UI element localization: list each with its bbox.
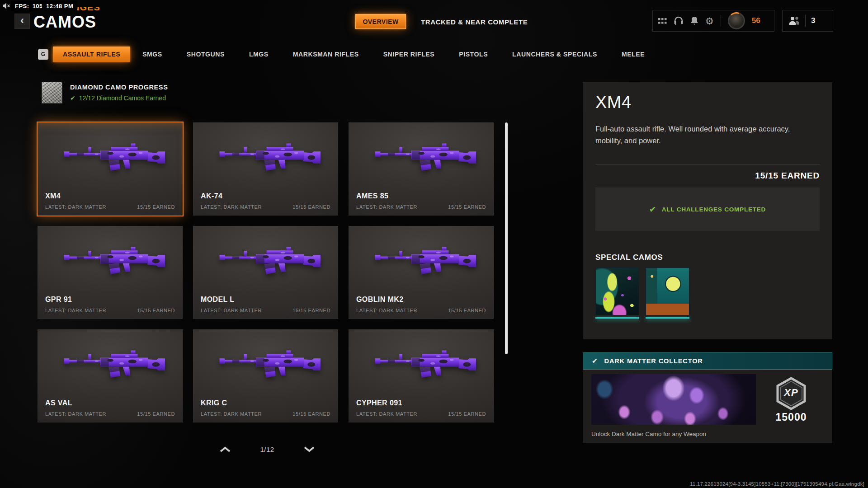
- weapon-latest-camo: LATEST: DARK MATTER: [45, 308, 106, 313]
- page-title: CAMOS: [33, 13, 96, 32]
- diamond-progress-status: 12/12 Diamond Camos Earned: [79, 94, 166, 102]
- chat-headset-icon[interactable]: [674, 16, 684, 25]
- grid-menu-icon[interactable]: [658, 18, 667, 24]
- weapon-latest-camo: LATEST: DARK MATTER: [201, 308, 262, 313]
- weapon-latest-camo: LATEST: DARK MATTER: [45, 411, 106, 417]
- notifications-bell-icon[interactable]: [690, 16, 698, 25]
- tab-assault-rifles[interactable]: ASSAULT RIFLES: [53, 47, 130, 62]
- weapon-image: [349, 332, 494, 395]
- collector-title: DARK MATTER COLLECTOR: [604, 357, 703, 365]
- collector-unlock-description: Unlock Dark Matter Camo for any Weapon: [591, 431, 706, 437]
- fps-value: 105: [33, 3, 43, 9]
- divider: [595, 164, 820, 165]
- weapon-earned-count: 15/15 EARNED: [292, 308, 330, 313]
- detail-weapon-description: Full-auto assault rifle. Well rounded wi…: [595, 123, 811, 146]
- tab-sniper-rifles[interactable]: SNIPER RIFLES: [371, 47, 447, 62]
- weapon-card-krig-c[interactable]: KRIG C LATEST: DARK MATTER 15/15 EARNED: [193, 329, 338, 422]
- tab-smgs[interactable]: SMGS: [130, 47, 175, 62]
- weapon-earned-count: 15/15 EARNED: [137, 308, 175, 313]
- xp-label: XP: [775, 387, 807, 399]
- collector-header: ✔ DARK MATTER COLLECTOR: [583, 352, 832, 370]
- weapon-image: [38, 229, 183, 292]
- weapon-card-gpr91[interactable]: GPR 91 LATEST: DARK MATTER 15/15 EARNED: [38, 226, 183, 319]
- weapon-name: AK-74: [201, 192, 222, 200]
- settings-gear-icon[interactable]: ⚙: [705, 16, 714, 26]
- weapon-earned-count: 15/15 EARNED: [448, 308, 486, 313]
- camo-unlocked-bar: [646, 317, 689, 319]
- check-icon: ✔: [70, 94, 75, 102]
- weapon-earned-count: 15/15 EARNED: [137, 204, 175, 210]
- weapon-name: KRIG C: [201, 399, 227, 407]
- tab-pistols[interactable]: PISTOLS: [447, 47, 500, 62]
- weapon-name: GPR 91: [45, 296, 72, 304]
- weapon-latest-camo: LATEST: DARK MATTER: [356, 411, 417, 417]
- special-camos-title: SPECIAL CAMOS: [595, 253, 820, 262]
- weapon-latest-camo: LATEST: DARK MATTER: [201, 204, 262, 210]
- back-button[interactable]: ‹: [14, 14, 30, 29]
- chevron-up-icon[interactable]: [220, 446, 231, 452]
- weapon-name: GOBLIN MK2: [356, 296, 403, 304]
- grid-pagination: 1/12: [220, 443, 315, 455]
- diamond-camo-progress: DIAMOND CAMO PROGRESS ✔ 12/12 Diamond Ca…: [42, 82, 168, 103]
- weapon-card-goblin-mk2[interactable]: GOBLIN MK2 LATEST: DARK MATTER 15/15 EAR…: [349, 226, 494, 319]
- camo-image: [646, 267, 689, 315]
- collector-body: XP 15000 Unlock Dark Matter Camo for any…: [583, 370, 832, 443]
- xp-reward-value: 15000: [766, 411, 816, 423]
- tab-melee[interactable]: MELEE: [609, 47, 657, 62]
- weapon-card-ak74[interactable]: AK-74 LATEST: DARK MATTER 15/15 EARNED: [193, 122, 338, 216]
- dark-matter-collector-section: ✔ DARK MATTER COLLECTOR XP 15000 Unlock …: [583, 352, 832, 443]
- weapon-detail-panel: XM4 Full-auto assault rifle. Well rounde…: [583, 82, 832, 339]
- weapon-card-grid: XM4 LATEST: DARK MATTER 15/15 EARNED AK-…: [38, 122, 494, 422]
- weapon-image: [38, 332, 183, 395]
- weapon-image: [193, 332, 338, 395]
- weapon-name: AS VAL: [45, 399, 72, 407]
- weapon-name: CYPHER 091: [356, 399, 402, 407]
- fps-counter: FPS: 105: [11, 1, 47, 11]
- divider: [721, 15, 721, 27]
- weapon-card-ames85[interactable]: AMES 85 LATEST: DARK MATTER 15/15 EARNED: [349, 122, 494, 216]
- tab-shotguns[interactable]: SHOTGUNS: [175, 47, 237, 62]
- camo-image: [595, 267, 639, 315]
- weapon-latest-camo: LATEST: DARK MATTER: [201, 411, 262, 417]
- divider: [805, 15, 806, 27]
- detail-weapon-title: XM4: [595, 93, 820, 112]
- grid-scrollbar[interactable]: [505, 122, 508, 354]
- weapon-class-tabs: G ASSAULT RIFLES SMGS SHOTGUNS LMGS MARK…: [38, 47, 657, 62]
- weapon-card-model-l[interactable]: MODEL L LATEST: DARK MATTER 15/15 EARNED: [193, 226, 338, 319]
- weapon-earned-count: 15/15 EARNED: [292, 204, 330, 210]
- check-icon: ✔: [592, 357, 598, 365]
- weapon-image: [193, 125, 338, 188]
- weapon-card-as-val[interactable]: AS VAL LATEST: DARK MATTER 15/15 EARNED: [38, 329, 183, 422]
- weapon-image: [349, 229, 494, 292]
- page-indicator: 1/12: [260, 446, 274, 453]
- weapon-name: AMES 85: [356, 192, 388, 200]
- social-group[interactable]: 3: [782, 10, 833, 32]
- weapon-latest-camo: LATEST: DARK MATTER: [356, 308, 417, 313]
- weapon-name: XM4: [45, 192, 61, 200]
- friends-icon: [789, 16, 800, 25]
- special-camo-psychedelic[interactable]: [595, 267, 639, 319]
- tracked-near-complete-tab[interactable]: TRACKED & NEAR COMPLETE: [421, 18, 528, 26]
- overview-tab-button[interactable]: OVERVIEW: [355, 14, 406, 29]
- weapon-image: [38, 125, 183, 188]
- weapon-latest-camo: LATEST: DARK MATTER: [45, 204, 106, 210]
- weapon-earned-count: 15/15 EARNED: [292, 411, 330, 417]
- tab-marksman-rifles[interactable]: MARKSMAN RIFLES: [281, 47, 371, 62]
- special-camo-terminal[interactable]: [646, 267, 689, 319]
- keybind-hint-badge: G: [38, 49, 48, 60]
- avatar-emblem: [729, 14, 744, 28]
- detail-earned-count: 15/15 EARNED: [595, 171, 820, 181]
- chevron-down-icon[interactable]: [304, 446, 315, 452]
- player-level: 56: [752, 16, 760, 25]
- weapon-earned-count: 15/15 EARNED: [137, 411, 175, 417]
- player-avatar[interactable]: [728, 12, 745, 29]
- dark-matter-camo-image: [591, 374, 756, 425]
- weapon-card-xm4[interactable]: XM4 LATEST: DARK MATTER 15/15 EARNED: [38, 122, 183, 216]
- friends-online-count: 3: [811, 16, 815, 25]
- weapon-earned-count: 15/15 EARNED: [448, 411, 486, 417]
- weapon-image: [349, 125, 494, 188]
- tab-launchers-specials[interactable]: LAUNCHERS & SPECIALS: [500, 47, 609, 62]
- weapon-card-cypher-091[interactable]: CYPHER 091 LATEST: DARK MATTER 15/15 EAR…: [349, 329, 494, 422]
- check-icon: ✔: [649, 204, 656, 215]
- tab-lmgs[interactable]: LMGS: [237, 47, 281, 62]
